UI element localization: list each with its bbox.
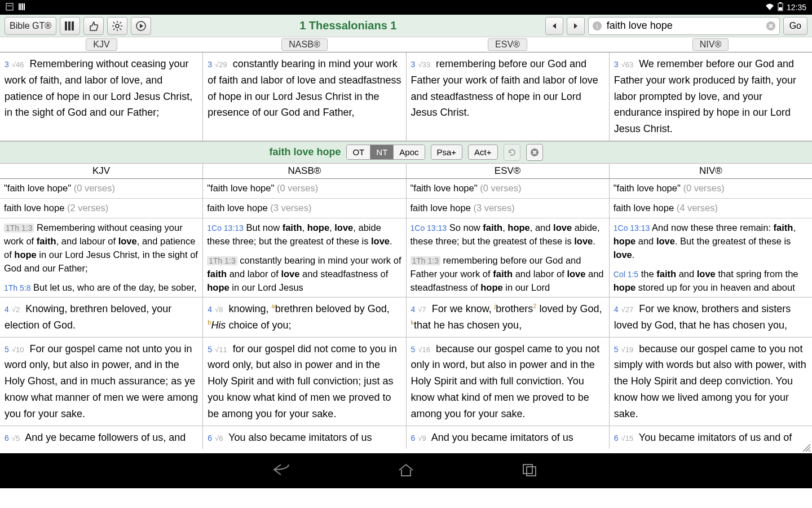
svg-rect-2 xyxy=(19,3,20,10)
cell-esv-3[interactable]: 3 √33 remembering before our God and Fat… xyxy=(407,52,610,141)
search-container: i xyxy=(588,17,780,35)
app-notification-icon-2 xyxy=(18,3,26,12)
seg-ot[interactable]: OT xyxy=(347,145,370,159)
go-button[interactable]: Go xyxy=(783,17,807,35)
cell-nasb-6[interactable]: 6 √6 You also became imitators of us xyxy=(203,426,406,449)
cell-esv-5[interactable]: 5 √16 because our gospel came to you not… xyxy=(407,338,610,426)
res-plain-esv[interactable]: faith love hope (3 verses) xyxy=(407,199,609,218)
cell-niv-6[interactable]: 6 √15 You became imitators of us and of xyxy=(610,426,812,449)
verse-row-3: 3 √46 Remembering without ceasing your w… xyxy=(0,52,812,141)
testament-segment: OT NT Apoc xyxy=(346,144,425,160)
cell-esv-4[interactable]: 4 √7 For we know, jbrothers2 loved by Go… xyxy=(407,297,610,337)
cell-esv-6[interactable]: 6 √9 And you became imitators of us xyxy=(407,426,610,449)
res-niv-1[interactable]: 1Co 13:13 And now these three remain: fa… xyxy=(610,218,812,265)
close-results-icon[interactable] xyxy=(526,144,543,161)
passage-title[interactable]: 1 Thessalonians 1 xyxy=(155,19,542,32)
version-headers-results: KJV NASB® ESV® NIV® xyxy=(0,164,812,179)
recents-icon[interactable] xyxy=(519,461,541,480)
app-title-button[interactable]: Bible GT® xyxy=(5,17,56,35)
res-quoted-esv[interactable]: "faith love hope" (0 verses) xyxy=(407,179,609,199)
search-term-label: faith love hope xyxy=(269,146,341,158)
res-col-kjv: "faith love hope" (0 verses) faith love … xyxy=(0,179,203,297)
verse-row-4: 4 √2 Knowing, brethren beloved, your ele… xyxy=(0,297,812,338)
res-nasb-2[interactable]: 1Th 1:3 constantly bearing in mind your … xyxy=(203,251,405,297)
res-nasb-1[interactable]: 1Co 13:13 But now faith, hope, love, abi… xyxy=(203,218,405,251)
home-icon[interactable] xyxy=(395,461,417,480)
app-toolbar: Bible GT® 1 Thessalonians 1 i Go xyxy=(0,15,812,37)
svg-rect-26 xyxy=(523,465,532,474)
res-quoted-kjv[interactable]: "faith love hope" (0 verses) xyxy=(0,179,202,199)
seg-apoc[interactable]: Apoc xyxy=(394,145,424,159)
act-plus-button[interactable]: Act+ xyxy=(468,144,497,160)
svg-rect-10 xyxy=(68,21,70,30)
cell-niv-3[interactable]: 3 √63 We remember before our God and Fat… xyxy=(610,52,812,141)
cell-nasb-3[interactable]: 3 √29 constantly bearing in mind your wo… xyxy=(203,52,406,141)
back-icon[interactable] xyxy=(271,461,293,480)
svg-line-18 xyxy=(120,28,122,30)
svg-line-19 xyxy=(113,28,115,30)
svg-rect-4 xyxy=(22,3,23,10)
app-notification-icon-1 xyxy=(6,3,14,12)
cell-kjv-5[interactable]: 5 √10 For our gospel came not unto you i… xyxy=(0,338,203,426)
res-quoted-nasb[interactable]: "faith love hope" (0 verses) xyxy=(203,179,405,199)
search-results-bar: faith love hope OT NT Apoc Psa+ Act+ xyxy=(0,141,812,164)
svg-rect-3 xyxy=(20,3,21,10)
refresh-icon[interactable] xyxy=(504,144,520,161)
next-chapter-button[interactable] xyxy=(567,17,585,35)
seg-nt[interactable]: NT xyxy=(370,145,394,159)
version-tab-kjv[interactable]: KJV xyxy=(86,38,117,51)
svg-rect-5 xyxy=(24,3,25,10)
res-kjv-2[interactable]: 1Th 5:8 But let us, who are of the day, … xyxy=(0,278,202,297)
res-head-kjv: KJV xyxy=(0,164,203,178)
svg-rect-7 xyxy=(779,2,782,3)
cell-kjv-6[interactable]: 6 √5 And ye became followers of us, and xyxy=(0,426,203,449)
cell-nasb-5[interactable]: 5 √11 for our gospel did not come to you… xyxy=(203,338,406,426)
res-quoted-niv[interactable]: "faith love hope" (0 verses) xyxy=(610,179,812,199)
status-time: 12:35 xyxy=(787,3,806,12)
verse-row-6: 6 √5 And ye became followers of us, and … xyxy=(0,426,812,449)
verse-row-5: 5 √10 For our gospel came not unto you i… xyxy=(0,338,812,426)
android-status-bar: 12:35 xyxy=(0,0,812,15)
res-col-niv: "faith love hope" (0 verses) faith love … xyxy=(610,179,812,297)
thumbs-up-icon[interactable] xyxy=(83,17,104,35)
res-esv-2[interactable]: 1Th 1:3 remembering before our God and F… xyxy=(407,251,609,297)
version-tab-esv[interactable]: ESV® xyxy=(488,38,527,51)
res-head-esv: ESV® xyxy=(407,164,610,178)
prev-chapter-button[interactable] xyxy=(545,17,563,35)
settings-gear-icon[interactable] xyxy=(107,17,127,35)
version-tab-niv[interactable]: NIV® xyxy=(692,38,729,51)
svg-line-20 xyxy=(120,22,122,24)
panels-icon[interactable] xyxy=(60,17,80,35)
cell-niv-5[interactable]: 5 √19 because our gospel came to you not… xyxy=(610,338,812,426)
res-esv-1[interactable]: 1Co 13:13 So now faith, hope, and love a… xyxy=(407,218,609,251)
clear-search-icon[interactable] xyxy=(765,20,777,32)
res-plain-kjv[interactable]: faith love hope (2 verses) xyxy=(0,199,202,218)
svg-line-17 xyxy=(113,22,115,24)
resize-handle-icon[interactable] xyxy=(801,442,811,452)
psa-plus-button[interactable]: Psa+ xyxy=(431,144,463,160)
version-tab-nasb[interactable]: NASB® xyxy=(281,38,327,51)
cell-kjv-3[interactable]: 3 √46 Remembering without ceasing your w… xyxy=(0,52,203,141)
res-head-niv: NIV® xyxy=(610,164,812,178)
svg-rect-9 xyxy=(65,21,67,30)
res-col-esv: "faith love hope" (0 verses) faith love … xyxy=(407,179,610,297)
info-icon[interactable]: i xyxy=(591,20,603,32)
play-icon[interactable] xyxy=(131,17,151,35)
search-results: "faith love hope" (0 verses) faith love … xyxy=(0,179,812,297)
svg-point-12 xyxy=(116,24,119,28)
res-niv-2[interactable]: Col 1:5 the faith and love that spring f… xyxy=(610,265,812,297)
cell-nasb-4[interactable]: 4 √8 knowing, abrethren beloved by God, … xyxy=(203,297,406,337)
svg-rect-11 xyxy=(72,21,74,30)
res-plain-nasb[interactable]: faith love hope (3 verses) xyxy=(203,199,405,218)
res-kjv-1[interactable]: 1Th 1:3 Remembering without ceasing your… xyxy=(0,218,202,278)
svg-rect-1 xyxy=(7,6,12,6)
svg-rect-27 xyxy=(527,467,536,476)
battery-icon xyxy=(778,2,783,13)
version-headers-top: KJV NASB® ESV® NIV® xyxy=(0,37,812,52)
res-col-nasb: "faith love hope" (0 verses) faith love … xyxy=(203,179,406,297)
res-plain-niv[interactable]: faith love hope (4 verses) xyxy=(610,199,812,218)
wifi-icon xyxy=(765,3,774,12)
cell-kjv-4[interactable]: 4 √2 Knowing, brethren beloved, your ele… xyxy=(0,297,203,337)
search-input[interactable] xyxy=(603,20,765,32)
cell-niv-4[interactable]: 4 √27 For we know, brothers and sisters … xyxy=(610,297,812,337)
